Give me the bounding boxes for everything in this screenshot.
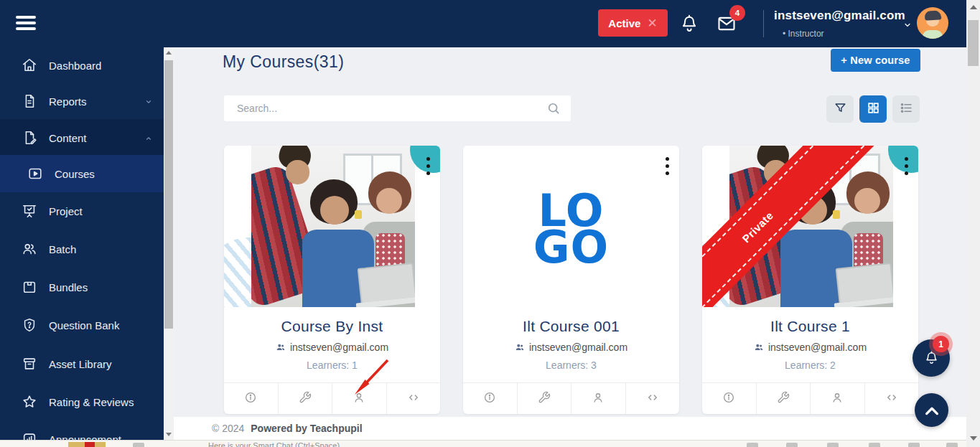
sidebar-item-reports[interactable]: Reports (0, 83, 164, 120)
embed-button[interactable] (626, 383, 680, 414)
chevron-down-icon (144, 95, 154, 108)
sidebar-label: Asset Library (49, 358, 112, 370)
scrollbar-thumb[interactable] (164, 60, 173, 329)
hamburger-icon[interactable] (16, 16, 36, 32)
kebab-menu-icon[interactable] (662, 157, 672, 180)
search-input[interactable] (224, 95, 571, 121)
notifications-badge: 1 (933, 336, 949, 352)
scroll-down-arrow-icon[interactable] (970, 436, 977, 441)
search-icon[interactable] (546, 101, 561, 118)
batch-icon (22, 241, 37, 257)
sidebar-item-announcement[interactable]: Announcement (0, 420, 164, 440)
avatar[interactable] (917, 7, 948, 39)
app-root: Active ✕ 4 instseven@gmail.com • Instruc… (0, 0, 980, 447)
course-title[interactable]: Ilt Course 1 (702, 318, 918, 335)
sidebar-item-batch[interactable]: Batch (0, 230, 164, 268)
sidebar-item-rating-reviews[interactable]: Rating & Reviews (0, 383, 164, 420)
sidebar-label: Courses (55, 168, 95, 180)
new-course-button[interactable]: + New course (831, 49, 920, 72)
user-email[interactable]: instseven@gmail.com (774, 9, 905, 23)
sidebar-item-project[interactable]: Project (0, 192, 164, 230)
info-button[interactable] (463, 383, 518, 414)
settings-button[interactable] (518, 383, 572, 414)
active-status-button[interactable]: Active ✕ (598, 9, 668, 37)
sidebar-item-asset-library[interactable]: Asset Library (0, 345, 164, 382)
chat-bar-fragment (85, 442, 95, 447)
reports-icon (22, 93, 37, 109)
sidebar-item-content[interactable]: Content (0, 119, 164, 156)
info-button[interactable] (702, 383, 757, 414)
course-card[interactable]: LO GO Ilt Course 001 instseven@gmail.com… (463, 146, 679, 414)
code-icon (885, 391, 898, 407)
user-role: • Instructor (783, 29, 824, 39)
course-owner: instseven@gmail.com (702, 342, 918, 353)
sidebar-item-courses[interactable]: Courses (0, 155, 164, 192)
card-actions (224, 382, 440, 414)
sidebar-item-dashboard[interactable]: Dashboard (0, 47, 164, 84)
sidebar-label: Bundles (49, 281, 88, 293)
sidebar-item-question-bank[interactable]: Question Bank (0, 306, 164, 344)
course-title[interactable]: Course By Inst (224, 318, 440, 335)
courses-icon (27, 166, 43, 182)
scroll-up-arrow-icon[interactable] (970, 5, 977, 9)
grid-view-button[interactable] (859, 95, 887, 123)
course-media: LO GO (463, 146, 679, 307)
embed-button[interactable] (865, 383, 919, 414)
chat-bar-icon (869, 443, 880, 447)
bell-icon[interactable] (679, 13, 699, 37)
project-icon (22, 203, 37, 219)
learners-count: Learners: 3 (463, 359, 679, 371)
sidebar-label: Announcement (49, 433, 121, 441)
course-media: Private (702, 146, 918, 307)
private-ribbon-label: Private (739, 209, 775, 245)
content-icon (22, 130, 37, 146)
scrollbar-thumb[interactable] (968, 20, 979, 66)
active-label: Active (608, 17, 640, 29)
chat-bar-cutoff[interactable]: Here is your Smart Chat (Ctrl+Space) (0, 440, 966, 447)
kebab-menu-icon[interactable] (423, 157, 433, 180)
sidebar-label: Project (49, 205, 83, 217)
chat-bar-icon (946, 443, 958, 447)
info-button[interactable] (224, 383, 279, 414)
sidebar-label: Reports (49, 95, 87, 108)
mail-badge: 4 (729, 5, 745, 21)
filter-button[interactable] (826, 95, 854, 123)
scroll-up-arrow-icon[interactable] (166, 51, 172, 55)
chevron-down-icon[interactable] (902, 19, 913, 32)
sidebar-scrollbar[interactable] (164, 47, 174, 440)
close-icon[interactable]: ✕ (647, 16, 657, 31)
sidebar-label: Content (49, 132, 87, 144)
learners-button[interactable] (811, 383, 865, 414)
kebab-menu-icon[interactable] (901, 157, 911, 180)
learners-button[interactable] (332, 383, 387, 414)
question-bank-icon (22, 317, 37, 333)
wrench-icon (299, 391, 312, 407)
learners-count: Learners: 1 (224, 359, 440, 371)
scroll-down-arrow-icon[interactable] (166, 433, 172, 436)
funnel-icon (834, 101, 847, 118)
notifications-fab[interactable]: 1 (913, 339, 950, 377)
info-icon (244, 391, 257, 407)
card-actions (702, 382, 918, 414)
learners-button[interactable] (571, 383, 626, 414)
embed-button[interactable] (387, 383, 441, 414)
settings-button[interactable] (279, 383, 333, 414)
logo-text-line2: GO (533, 230, 610, 266)
window-scrollbar[interactable] (966, 0, 980, 447)
learners-count: Learners: 2 (702, 359, 918, 371)
sidebar-item-bundles[interactable]: Bundles (0, 268, 164, 306)
owner-email: instseven@gmail.com (290, 342, 388, 353)
chat-bar-icon (133, 443, 144, 447)
list-view-button[interactable] (892, 95, 920, 123)
chat-bar-text: Here is your Smart Chat (Ctrl+Space) (208, 441, 340, 447)
person-icon (592, 391, 605, 407)
code-icon (407, 391, 420, 407)
copyright-text: © 2024 (212, 423, 244, 434)
scroll-to-top-button[interactable] (915, 393, 948, 427)
info-icon (722, 391, 735, 407)
course-card[interactable]: Private Ilt Course 1 instseven@gmail.com… (702, 146, 918, 414)
course-title[interactable]: Ilt Course 001 (463, 318, 679, 335)
settings-button[interactable] (757, 383, 811, 414)
sidebar-label: Rating & Reviews (49, 396, 134, 408)
course-card[interactable]: Course By Inst instseven@gmail.com Learn… (224, 146, 440, 414)
